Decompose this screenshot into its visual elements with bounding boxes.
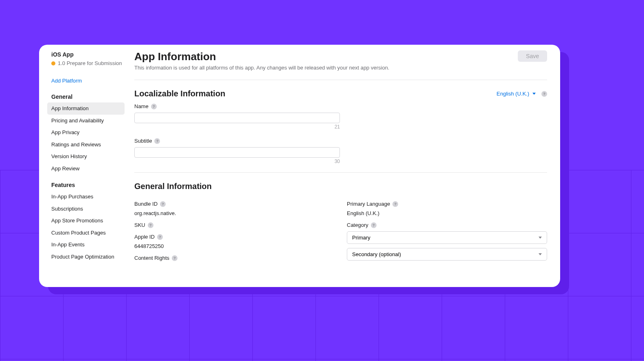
category-label: Category ?: [347, 222, 547, 228]
sidebar-item-app-information[interactable]: App Information: [47, 102, 125, 115]
help-icon[interactable]: ?: [151, 104, 157, 109]
apple-id-label: Apple ID ?: [134, 234, 334, 240]
status-dot-icon: [51, 61, 55, 65]
chevron-down-icon: [539, 237, 542, 239]
name-char-count: 21: [134, 124, 340, 130]
sidebar-item-app-review[interactable]: App Review: [39, 163, 128, 175]
help-icon[interactable]: ?: [148, 222, 153, 228]
page-title: App Information: [134, 50, 389, 63]
category-secondary-value: Secondary (optional): [352, 251, 401, 257]
category-primary-select[interactable]: Primary: [347, 231, 547, 244]
help-icon[interactable]: ?: [371, 222, 377, 228]
subtitle-field-label: Subtitle ?: [134, 138, 547, 144]
version-status-label: 1.0 Prepare for Submission: [58, 60, 122, 66]
primary-language-value: English (U.K.): [347, 210, 547, 216]
main-content: App Information This information is used…: [128, 45, 560, 287]
sidebar-item-ratings-reviews[interactable]: Ratings and Reviews: [39, 139, 128, 151]
localizable-section-header: Localizable Information English (U.K.) ?: [134, 89, 547, 98]
name-field-label: Name ?: [134, 103, 547, 109]
bundle-id-value: org.reactjs.native.: [134, 210, 334, 216]
sidebar-item-in-app-events[interactable]: In-App Events: [39, 239, 128, 251]
chevron-down-icon: [532, 93, 536, 95]
sidebar-item-iap[interactable]: In-App Purchases: [39, 191, 128, 203]
save-button[interactable]: Save: [518, 50, 547, 62]
name-input[interactable]: [134, 113, 340, 123]
help-icon[interactable]: ?: [160, 201, 166, 207]
chevron-down-icon: [539, 253, 542, 255]
sidebar-group-general: General App Information Pricing and Avai…: [39, 94, 128, 174]
subtitle-char-count: 30: [134, 159, 340, 164]
page-header: App Information This information is used…: [134, 50, 547, 80]
sidebar-item-subscriptions[interactable]: Subscriptions: [39, 203, 128, 215]
sidebar-group-features: Features In-App Purchases Subscriptions …: [39, 182, 128, 263]
apple-id-value: 6448725250: [134, 243, 334, 249]
help-icon[interactable]: ?: [172, 255, 177, 261]
subtitle-input[interactable]: [134, 147, 340, 158]
sidebar-item-product-page-optimization[interactable]: Product Page Optimization: [39, 251, 128, 263]
primary-language-label: Primary Language ?: [347, 201, 547, 207]
sidebar-item-app-store-promotions[interactable]: App Store Promotions: [39, 215, 128, 227]
divider: [134, 80, 547, 80]
sku-label: SKU ?: [134, 222, 334, 228]
general-col-right: Primary Language ? English (U.K.) Catego…: [347, 196, 547, 265]
sidebar-item-pricing-availability[interactable]: Pricing and Availability: [39, 115, 128, 127]
sidebar: iOS App 1.0 Prepare for Submission Add P…: [39, 45, 128, 287]
sidebar-group-title-features: Features: [39, 182, 128, 188]
help-icon[interactable]: ?: [157, 234, 163, 240]
general-col-left: Bundle ID ? org.reactjs.native. SKU ? Ap…: [134, 196, 334, 265]
general-info-columns: Bundle ID ? org.reactjs.native. SKU ? Ap…: [134, 196, 547, 265]
locale-selector-label: English (U.K.): [497, 91, 529, 97]
content-rights-label: Content Rights ?: [134, 255, 334, 261]
add-platform-link[interactable]: Add Platform: [39, 78, 128, 84]
category-secondary-select[interactable]: Secondary (optional): [347, 248, 547, 261]
bundle-id-label: Bundle ID ?: [134, 201, 334, 207]
divider: [134, 172, 547, 173]
help-icon[interactable]: ?: [392, 201, 398, 207]
help-icon[interactable]: ?: [154, 138, 160, 144]
help-icon[interactable]: ?: [541, 91, 547, 97]
sidebar-item-custom-product-pages[interactable]: Custom Product Pages: [39, 227, 128, 239]
sidebar-group-title-general: General: [39, 94, 128, 100]
sidebar-item-app-privacy[interactable]: App Privacy: [39, 126, 128, 139]
general-section-header: General Information: [134, 182, 547, 191]
localizable-section-title: Localizable Information: [134, 89, 225, 98]
platform-name: iOS App: [39, 51, 128, 58]
app-info-panel: iOS App 1.0 Prepare for Submission Add P…: [39, 45, 560, 287]
locale-selector[interactable]: English (U.K.) ?: [497, 91, 547, 97]
category-primary-value: Primary: [352, 235, 370, 241]
sidebar-item-version-status[interactable]: 1.0 Prepare for Submission: [39, 60, 128, 66]
sidebar-item-version-history[interactable]: Version History: [39, 150, 128, 163]
page-subtitle: This information is used for all platfor…: [134, 65, 389, 71]
general-section-title: General Information: [134, 182, 212, 191]
